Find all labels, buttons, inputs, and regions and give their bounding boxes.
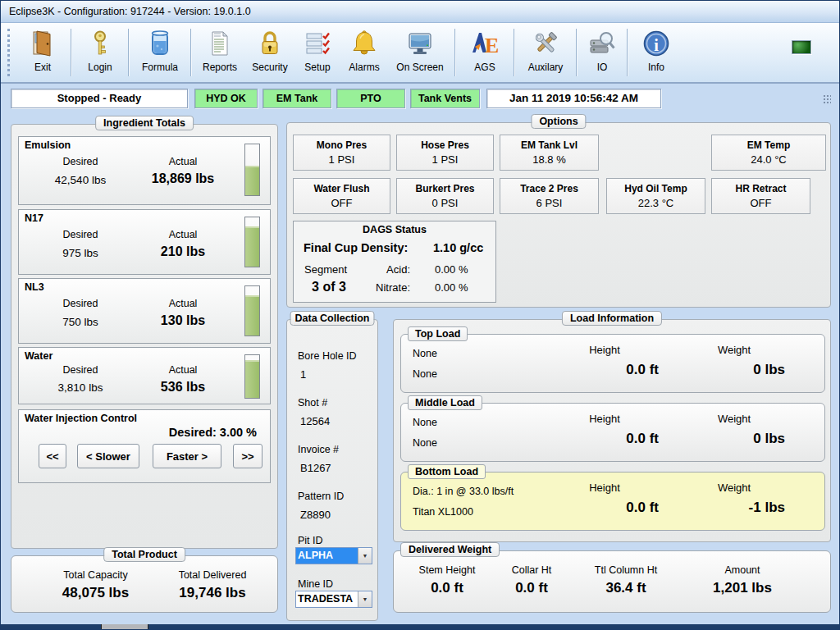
desired-label: Desired xyxy=(42,298,119,309)
water-faster-button[interactable]: Faster > xyxy=(153,444,221,468)
height-value: 0.0 ft xyxy=(564,500,659,516)
toolbar-separator xyxy=(514,29,515,76)
actual-value: 536 lbs xyxy=(135,380,231,395)
resize-grip[interactable] xyxy=(823,94,831,104)
toolbar-button-label: Security xyxy=(252,62,287,73)
amount-label: Amount xyxy=(685,564,800,576)
weight-label: Weight xyxy=(693,413,775,425)
option-water-flush: Water Flush OFF xyxy=(293,178,390,214)
actual-label: Actual xyxy=(140,156,226,167)
panel-title: Ingredient Totals xyxy=(95,116,194,130)
actual-value: 18,869 lbs xyxy=(135,171,231,186)
svg-text:i: i xyxy=(654,36,659,54)
nitrate-label: Nitrate: xyxy=(363,281,410,294)
load-line1: Dia.: 1 in @ 33.0 lbs/ft xyxy=(413,486,514,497)
mine-id-label: Mine ID xyxy=(298,578,333,590)
panel-title: Load Information xyxy=(562,311,662,326)
toolbar-button-label: Setup xyxy=(304,62,330,73)
auxilary-tools-icon xyxy=(531,27,560,60)
acid-value: 0.00 % xyxy=(435,263,468,276)
final-cup-density-label: Final Cup Density: xyxy=(304,241,408,254)
chevron-down-icon[interactable]: ▼ xyxy=(358,548,372,564)
toolbar-button-alarms[interactable]: Alarms xyxy=(340,27,389,78)
toolbar-button-exit[interactable]: Exit xyxy=(18,27,67,78)
toolbar-separator xyxy=(576,29,578,76)
option-value: 1 PSI xyxy=(294,153,390,166)
toolbar-button-reports[interactable]: Reports xyxy=(195,27,244,78)
toolbar-button-info[interactable]: i Info xyxy=(632,27,681,78)
height-value: 0.0 ft xyxy=(564,362,659,378)
level-gauge xyxy=(244,354,260,399)
toolbar-button-setup[interactable]: Setup xyxy=(295,27,340,78)
mine-id-value[interactable]: TRADESTA xyxy=(296,591,358,607)
option-em-temp: EM Temp 24.0 °C xyxy=(711,135,826,171)
toolbar-grip-handle[interactable] xyxy=(7,29,13,76)
mine-id-combobox[interactable]: TRADESTA ▼ xyxy=(295,591,372,608)
chevron-down-icon[interactable]: ▼ xyxy=(358,591,372,607)
option-mono-pres: Mono Pres 1 PSI xyxy=(293,135,390,171)
dags-title: DAGS Status xyxy=(294,224,495,235)
actual-label: Actual xyxy=(140,298,226,309)
option-value: 0 PSI xyxy=(397,197,493,209)
ingredient-name: Water xyxy=(25,350,52,362)
water-slower-button[interactable]: < Slower xyxy=(77,444,139,468)
option-value: 22.3 °C xyxy=(607,197,705,209)
desired-value: 42,540 lbs xyxy=(34,174,127,186)
height-label: Height xyxy=(564,413,646,425)
exit-door-icon xyxy=(28,27,57,60)
option-value: 1 PSI xyxy=(397,153,493,166)
weight-value: 0 lbs xyxy=(687,431,785,447)
load-card-title: Top Load xyxy=(408,326,468,341)
pattern-id-label: Pattern ID xyxy=(298,491,344,502)
toolbar-button-login[interactable]: Login xyxy=(75,27,125,78)
panel-title: Options xyxy=(531,114,586,129)
ingredient-name: N17 xyxy=(25,212,43,224)
setup-checklist-icon xyxy=(303,27,332,60)
title-bar: Eclipse3K - Configuration: 917244 - Vers… xyxy=(1,1,839,23)
toolbar-button-formula[interactable]: Formula xyxy=(133,27,187,78)
datetime-display: Jan 11 2019 10:56:42 AM xyxy=(486,89,661,108)
load-line1: None xyxy=(413,417,437,428)
toolbar-button-security[interactable]: Security xyxy=(244,27,295,78)
toolbar-button-label: Alarms xyxy=(349,62,379,73)
water-much-slower-button[interactable]: << xyxy=(39,444,66,468)
pit-id-value[interactable]: ALPHA xyxy=(296,548,358,564)
nitrate-value: 0.00 % xyxy=(435,281,468,294)
status-indicator-pto: PTO xyxy=(336,89,405,108)
ingredient-name: NL3 xyxy=(25,281,44,293)
option-label: EM Tank Lvl xyxy=(500,139,598,151)
load-line2: None xyxy=(413,437,437,449)
toolbar-button-io[interactable]: IO xyxy=(581,27,623,78)
toolbar-button-ags[interactable]: E AGS xyxy=(459,27,510,78)
option-hr-retract: HR Retract OFF xyxy=(711,178,810,214)
formula-beaker-icon xyxy=(145,27,175,60)
ingredient-name: Emulsion xyxy=(25,139,71,151)
toolbar-button-label: Reports xyxy=(203,62,237,73)
collar-ht-value: 0.0 ft xyxy=(482,580,581,596)
segment-label: Segment xyxy=(304,263,347,276)
water-injection-control: Water Injection Control Desired: 3.00 % … xyxy=(18,409,271,483)
toolbar-button-label: AGS xyxy=(474,62,495,73)
alarms-bell-icon xyxy=(349,27,379,60)
water-much-faster-button[interactable]: >> xyxy=(233,444,262,468)
option-value: 24.0 °C xyxy=(712,153,825,166)
desired-label: Desired xyxy=(42,229,119,240)
acid-label: Acid: xyxy=(372,263,410,276)
ttl-column-ht-label: Ttl Column Ht xyxy=(568,564,683,576)
height-label: Height xyxy=(564,344,646,356)
toolbar-button-on-screen[interactable]: On Screen xyxy=(389,27,451,78)
load-line2: Titan XL1000 xyxy=(413,506,473,518)
option-trace-2-pres: Trace 2 Pres 6 PSI xyxy=(500,178,599,214)
segment-value: 3 of 3 xyxy=(302,280,356,294)
weight-value: -1 lbs xyxy=(687,500,785,516)
amount-value: 1,201 lbs xyxy=(685,580,800,596)
toolbar-button-label: On Screen xyxy=(396,62,443,73)
actual-label: Actual xyxy=(140,364,226,376)
window-title: Eclipse3K - Configuration: 917244 - Vers… xyxy=(9,6,251,17)
toolbar-button-auxilary[interactable]: Auxilary xyxy=(518,27,573,78)
pit-id-combobox[interactable]: ALPHA ▼ xyxy=(295,547,372,564)
toolbar-separator xyxy=(128,29,130,76)
desired-value: 975 lbs xyxy=(34,247,127,259)
invoice-number-value: B1267 xyxy=(300,462,331,474)
status-indicator-tank-vents: Tank Vents xyxy=(410,89,480,108)
